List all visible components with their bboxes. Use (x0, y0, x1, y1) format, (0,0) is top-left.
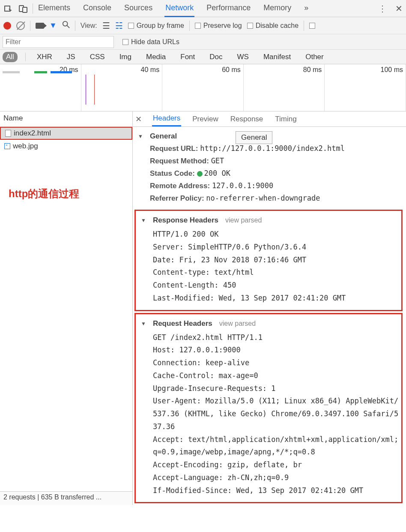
svg-rect-2 (23, 7, 27, 12)
tooltip-general: General (236, 131, 272, 144)
request-name: web.jpg (13, 142, 38, 150)
tab-headers[interactable]: Headers (152, 111, 181, 126)
kv-referrer-policy: Referrer Policy: no-referrer-when-downgr… (133, 192, 406, 204)
filter-css[interactable]: CSS (87, 52, 108, 62)
filter-doc[interactable]: Doc (206, 52, 226, 62)
kv-request-url: Request URL: http://127.0.0.1:9000/index… (133, 142, 406, 155)
inspect-element-icon[interactable] (3, 3, 14, 14)
view-label: View: (81, 22, 97, 30)
name-column-header[interactable]: Name (0, 111, 132, 127)
response-headers-raw: HTTP/1.0 200 OKServer: SimpleHTTP/0.6 Py… (136, 226, 401, 307)
request-name: index2.html (14, 129, 51, 138)
checkbox-icon[interactable] (195, 23, 201, 29)
timeline-tick: 100 ms (381, 66, 403, 74)
tab-sources[interactable]: Sources (123, 0, 153, 17)
tab-console[interactable]: Console (82, 0, 112, 17)
tab-response[interactable]: Response (230, 112, 264, 126)
tab-more[interactable]: » (303, 0, 309, 17)
filter-input[interactable] (3, 36, 114, 48)
details-tabs: ✕ Headers Preview Response Timing (133, 111, 406, 127)
large-rows-icon[interactable]: ☰ (102, 21, 110, 31)
tab-memory[interactable]: Memory (263, 0, 292, 17)
checkbox-icon[interactable] (128, 23, 134, 29)
tab-timing[interactable]: Timing (274, 112, 297, 126)
network-toolbar: ▼ View: ☰ ☵ Group by frame Preserve log … (0, 17, 406, 34)
clear-button[interactable] (16, 21, 25, 30)
kebab-menu-icon[interactable]: ⋮ (378, 3, 387, 14)
filter-manifest[interactable]: Manifest (260, 52, 294, 62)
status-dot-icon (197, 171, 203, 177)
section-request-head[interactable]: ▼ Request Headers view parsed (136, 318, 401, 330)
filter-xhr[interactable]: XHR (33, 52, 56, 62)
preserve-log-checkbox[interactable]: Preserve log (195, 22, 242, 30)
timeline-tick: 80 ms (303, 66, 322, 74)
filter-toggle-icon[interactable]: ▼ (49, 21, 57, 30)
group-by-frame-checkbox[interactable]: Group by frame (128, 22, 184, 30)
network-content: Name index2.html web.jpg http的通信过程 2 req… (0, 111, 406, 505)
separator (304, 21, 304, 31)
close-details-icon[interactable]: ✕ (135, 114, 142, 124)
filter-media[interactable]: Media (143, 52, 169, 62)
search-icon[interactable] (62, 21, 70, 30)
collapse-arrow-icon[interactable]: ▼ (138, 133, 143, 139)
timeline-overview[interactable]: 20 ms 40 ms 60 ms 80 ms 100 ms (0, 64, 406, 111)
top-right-icons: ⋮ ✕ (378, 3, 403, 14)
svg-line-4 (67, 26, 69, 28)
annotation-text: http的通信过程 (0, 153, 132, 201)
separator (25, 53, 26, 61)
kv-request-method: Request Method: GET (133, 155, 406, 167)
request-details-pane: ✕ Headers Preview Response Timing Genera… (133, 111, 406, 505)
request-headers-raw: GET /index2.html HTTP/1.1Host: 127.0.0.1… (136, 330, 401, 499)
filter-other[interactable]: Other (302, 52, 327, 62)
section-title: General (150, 132, 177, 141)
filter-ws[interactable]: WS (234, 52, 252, 62)
request-headers-highlight: ▼ Request Headers view parsed GET /index… (134, 313, 403, 504)
image-icon (4, 143, 10, 149)
svg-rect-0 (5, 6, 10, 11)
disable-cache-label: Disable cache (256, 22, 299, 30)
filter-row: Hide data URLs (0, 34, 406, 50)
hide-data-urls-label: Hide data URLs (131, 38, 179, 46)
group-by-frame-label: Group by frame (137, 22, 184, 30)
document-icon (5, 130, 11, 137)
collapse-arrow-icon[interactable]: ▼ (141, 321, 146, 327)
separator (75, 21, 75, 31)
section-title: Response Headers (153, 216, 218, 225)
filter-all[interactable]: All (3, 52, 18, 62)
timeline-tick: 40 ms (141, 66, 160, 74)
capture-screenshots-icon[interactable] (36, 23, 44, 29)
request-row-webjpg[interactable]: web.jpg (0, 140, 132, 153)
record-button[interactable] (3, 22, 11, 30)
kv-status-code: Status Code: 200 OK (133, 167, 406, 180)
network-status-bar: 2 requests | 635 B transferred ... (0, 491, 132, 505)
separator (189, 21, 190, 31)
type-filters: All XHR JS CSS Img Media Font Doc WS Man… (0, 50, 406, 64)
tab-elements[interactable]: Elements (37, 0, 71, 17)
hide-data-urls-checkbox[interactable]: Hide data URLs (122, 38, 179, 46)
section-response-head[interactable]: ▼ Response Headers view parsed (136, 214, 401, 226)
checkbox-icon[interactable] (122, 39, 128, 45)
tab-performance[interactable]: Performance (206, 0, 251, 17)
toggle-device-icon[interactable] (18, 3, 28, 14)
main-tabs: Elements Console Sources Network Perform… (33, 0, 378, 17)
separator (30, 21, 30, 31)
offline-checkbox[interactable] (309, 23, 315, 29)
section-title: Request Headers (153, 319, 212, 328)
view-parsed-link[interactable]: view parsed (225, 216, 262, 224)
filter-img[interactable]: Img (116, 52, 135, 62)
filter-font[interactable]: Font (177, 52, 198, 62)
section-response-headers: ▼ Response Headers view parsed HTTP/1.0 … (136, 211, 401, 310)
filter-js[interactable]: JS (63, 52, 79, 62)
request-list-pane: Name index2.html web.jpg http的通信过程 2 req… (0, 111, 133, 505)
tab-preview[interactable]: Preview (191, 112, 219, 126)
tab-network[interactable]: Network (164, 0, 194, 17)
devtools-top-toolbar: Elements Console Sources Network Perform… (0, 0, 406, 17)
request-row-index2[interactable]: index2.html (0, 127, 132, 140)
collapse-arrow-icon[interactable]: ▼ (141, 217, 146, 223)
view-parsed-link[interactable]: view parsed (219, 320, 256, 328)
checkbox-icon[interactable] (247, 23, 253, 29)
waterfall-view-icon[interactable]: ☵ (115, 21, 123, 31)
response-headers-highlight: ▼ Response Headers view parsed HTTP/1.0 … (134, 210, 403, 311)
disable-cache-checkbox[interactable]: Disable cache (247, 22, 299, 30)
close-devtools-icon[interactable]: ✕ (395, 3, 403, 14)
